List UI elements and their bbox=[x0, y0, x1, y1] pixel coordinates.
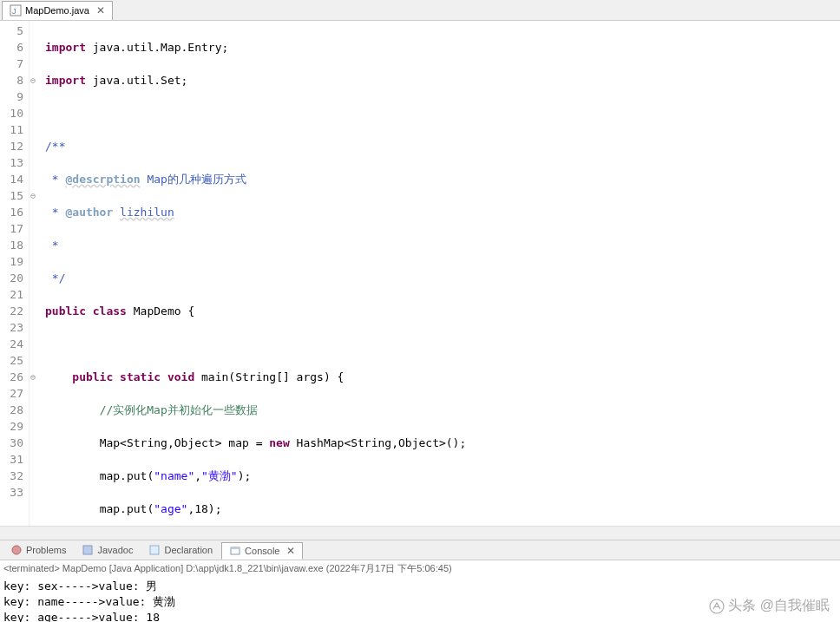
svg-text:J: J bbox=[12, 7, 16, 16]
console-process-header: <terminated> MapDemo [Java Application] … bbox=[0, 560, 840, 577]
problems-icon bbox=[10, 544, 23, 556]
close-icon[interactable]: ✕ bbox=[96, 4, 105, 16]
javadoc-icon bbox=[82, 544, 94, 556]
watermark-icon bbox=[709, 599, 725, 614]
tab-console[interactable]: Console ✕ bbox=[221, 542, 303, 560]
tab-declaration[interactable]: Declaration bbox=[141, 542, 220, 558]
tab-label: MapDemo.java bbox=[25, 5, 89, 16]
tab-problems[interactable]: Problems bbox=[3, 542, 73, 558]
code-text-area[interactable]: import java.util.Map.Entry; import java.… bbox=[30, 21, 840, 526]
watermark: 头条 @自我催眠 bbox=[709, 597, 830, 615]
svg-point-2 bbox=[12, 546, 21, 554]
declaration-icon bbox=[148, 544, 161, 556]
bottom-panel-tabs: Problems Javadoc Declaration Console ✕ bbox=[0, 540, 840, 560]
console-icon bbox=[229, 545, 241, 557]
svg-rect-4 bbox=[150, 546, 159, 554]
horizontal-scrollbar[interactable] bbox=[0, 526, 840, 540]
java-file-icon: J bbox=[10, 4, 22, 16]
code-editor[interactable]: 5678 9101112 13141516 17181920 21222324 … bbox=[0, 21, 840, 526]
svg-rect-6 bbox=[231, 547, 240, 549]
svg-rect-3 bbox=[83, 546, 92, 554]
editor-tab-mapdemo[interactable]: J MapDemo.java ✕ bbox=[2, 1, 113, 20]
editor-tab-bar: J MapDemo.java ✕ bbox=[0, 0, 840, 21]
line-number-gutter: 5678 9101112 13141516 17181920 21222324 … bbox=[0, 21, 30, 526]
console-line: key: sex----->value: 男 bbox=[3, 579, 837, 594]
tab-javadoc[interactable]: Javadoc bbox=[75, 542, 140, 558]
close-icon[interactable]: ✕ bbox=[286, 545, 295, 557]
